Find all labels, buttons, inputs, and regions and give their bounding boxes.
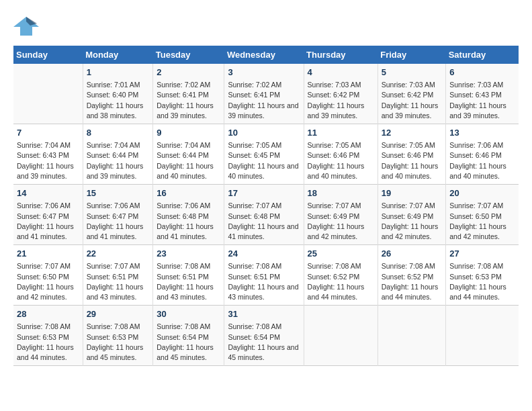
logo-bird-icon (13, 13, 39, 39)
cell-info: Sunrise: 7:08 AMSunset: 6:53 PMDaylight:… (449, 261, 515, 302)
calendar-cell: 8Sunrise: 7:04 AMSunset: 6:44 PMDaylight… (83, 124, 153, 185)
cell-info: Sunrise: 7:06 AMSunset: 6:46 PMDaylight:… (449, 140, 515, 181)
day-number: 20 (449, 187, 515, 199)
calendar-cell: 18Sunrise: 7:07 AMSunset: 6:49 PMDayligh… (304, 185, 378, 245)
cell-info: Sunrise: 7:06 AMSunset: 6:48 PMDaylight:… (157, 201, 220, 242)
week-row-4: 21Sunrise: 7:07 AMSunset: 6:50 PMDayligh… (13, 245, 519, 306)
day-number: 17 (228, 187, 300, 199)
day-number: 3 (228, 66, 300, 79)
calendar-cell: 30Sunrise: 7:08 AMSunset: 6:54 PMDayligh… (153, 306, 224, 366)
calendar-cell (304, 306, 378, 366)
cell-info: Sunrise: 7:04 AMSunset: 6:44 PMDaylight:… (157, 140, 220, 181)
cell-info: Sunrise: 7:03 AMSunset: 6:43 PMDaylight:… (449, 80, 515, 121)
header-row: SundayMondayTuesdayWednesdayThursdayFrid… (13, 46, 519, 64)
calendar-cell: 17Sunrise: 7:07 AMSunset: 6:48 PMDayligh… (224, 185, 304, 245)
cell-info: Sunrise: 7:04 AMSunset: 6:44 PMDaylight:… (87, 140, 150, 181)
cell-info: Sunrise: 7:08 AMSunset: 6:53 PMDaylight:… (87, 322, 150, 363)
day-number: 9 (157, 127, 220, 139)
calendar-cell: 6Sunrise: 7:03 AMSunset: 6:43 PMDaylight… (446, 64, 519, 124)
calendar-cell: 21Sunrise: 7:07 AMSunset: 6:50 PMDayligh… (13, 245, 83, 306)
day-number: 22 (87, 248, 150, 260)
day-number: 31 (228, 308, 300, 320)
cell-info: Sunrise: 7:05 AMSunset: 6:46 PMDaylight:… (382, 140, 443, 181)
calendar-table: SundayMondayTuesdayWednesdayThursdayFrid… (13, 46, 519, 366)
day-number: 12 (382, 127, 443, 139)
day-number: 26 (382, 248, 443, 260)
calendar-cell: 27Sunrise: 7:08 AMSunset: 6:53 PMDayligh… (446, 245, 519, 306)
day-number: 21 (17, 248, 79, 260)
day-number: 18 (308, 187, 374, 199)
calendar-cell: 14Sunrise: 7:06 AMSunset: 6:47 PMDayligh… (13, 185, 83, 245)
cell-info: Sunrise: 7:03 AMSunset: 6:42 PMDaylight:… (308, 80, 374, 121)
day-number: 13 (449, 127, 515, 139)
calendar-cell: 2Sunrise: 7:02 AMSunset: 6:41 PMDaylight… (153, 64, 224, 124)
calendar-cell: 4Sunrise: 7:03 AMSunset: 6:42 PMDaylight… (304, 64, 378, 124)
cell-info: Sunrise: 7:05 AMSunset: 6:46 PMDaylight:… (308, 140, 374, 181)
day-number: 1 (87, 66, 150, 79)
calendar-cell (378, 306, 446, 366)
calendar-cell: 9Sunrise: 7:04 AMSunset: 6:44 PMDaylight… (153, 124, 224, 185)
header-day-saturday: Saturday (446, 46, 519, 64)
day-number: 11 (308, 127, 374, 139)
day-number: 6 (449, 66, 515, 79)
calendar-cell: 1Sunrise: 7:01 AMSunset: 6:40 PMDaylight… (83, 64, 153, 124)
cell-info: Sunrise: 7:08 AMSunset: 6:51 PMDaylight:… (228, 261, 300, 302)
cell-info: Sunrise: 7:05 AMSunset: 6:45 PMDaylight:… (228, 140, 300, 181)
day-number: 4 (308, 66, 374, 79)
calendar-cell: 23Sunrise: 7:08 AMSunset: 6:51 PMDayligh… (153, 245, 224, 306)
calendar-cell: 24Sunrise: 7:08 AMSunset: 6:51 PMDayligh… (224, 245, 304, 306)
calendar-cell: 28Sunrise: 7:08 AMSunset: 6:53 PMDayligh… (13, 306, 83, 366)
calendar-cell: 10Sunrise: 7:05 AMSunset: 6:45 PMDayligh… (224, 124, 304, 185)
day-number: 30 (157, 308, 220, 320)
calendar-cell: 26Sunrise: 7:08 AMSunset: 6:52 PMDayligh… (378, 245, 446, 306)
day-number: 27 (449, 248, 515, 260)
cell-info: Sunrise: 7:08 AMSunset: 6:52 PMDaylight:… (382, 261, 443, 302)
calendar-cell: 7Sunrise: 7:04 AMSunset: 6:43 PMDaylight… (13, 124, 83, 185)
cell-info: Sunrise: 7:06 AMSunset: 6:47 PMDaylight:… (17, 201, 79, 242)
day-number: 8 (87, 127, 150, 139)
week-row-5: 28Sunrise: 7:08 AMSunset: 6:53 PMDayligh… (13, 306, 519, 366)
calendar-cell (13, 64, 83, 124)
header-day-sunday: Sunday (13, 46, 83, 64)
day-number: 7 (17, 127, 79, 139)
cell-info: Sunrise: 7:02 AMSunset: 6:41 PMDaylight:… (157, 80, 220, 121)
cell-info: Sunrise: 7:02 AMSunset: 6:41 PMDaylight:… (228, 80, 300, 121)
cell-info: Sunrise: 7:07 AMSunset: 6:49 PMDaylight:… (308, 201, 374, 242)
calendar-cell: 25Sunrise: 7:08 AMSunset: 6:52 PMDayligh… (304, 245, 378, 306)
calendar-cell: 5Sunrise: 7:03 AMSunset: 6:42 PMDaylight… (378, 64, 446, 124)
header-day-friday: Friday (378, 46, 446, 64)
day-number: 19 (382, 187, 443, 199)
header-day-tuesday: Tuesday (153, 46, 224, 64)
calendar-cell: 11Sunrise: 7:05 AMSunset: 6:46 PMDayligh… (304, 124, 378, 185)
day-number: 5 (382, 66, 443, 79)
cell-info: Sunrise: 7:03 AMSunset: 6:42 PMDaylight:… (382, 80, 443, 121)
day-number: 24 (228, 248, 300, 260)
calendar-cell: 20Sunrise: 7:07 AMSunset: 6:50 PMDayligh… (446, 185, 519, 245)
cell-info: Sunrise: 7:06 AMSunset: 6:47 PMDaylight:… (87, 201, 150, 242)
calendar-cell: 22Sunrise: 7:07 AMSunset: 6:51 PMDayligh… (83, 245, 153, 306)
day-number: 15 (87, 187, 150, 199)
cell-info: Sunrise: 7:01 AMSunset: 6:40 PMDaylight:… (87, 80, 150, 121)
cell-info: Sunrise: 7:07 AMSunset: 6:51 PMDaylight:… (87, 261, 150, 302)
header-day-monday: Monday (83, 46, 153, 64)
cell-info: Sunrise: 7:04 AMSunset: 6:43 PMDaylight:… (17, 140, 79, 181)
day-number: 28 (17, 308, 79, 320)
cell-info: Sunrise: 7:08 AMSunset: 6:51 PMDaylight:… (157, 261, 220, 302)
calendar-cell: 31Sunrise: 7:08 AMSunset: 6:54 PMDayligh… (224, 306, 304, 366)
cell-info: Sunrise: 7:08 AMSunset: 6:52 PMDaylight:… (308, 261, 374, 302)
week-row-1: 1Sunrise: 7:01 AMSunset: 6:40 PMDaylight… (13, 64, 519, 124)
cell-info: Sunrise: 7:07 AMSunset: 6:48 PMDaylight:… (228, 201, 300, 242)
cell-info: Sunrise: 7:07 AMSunset: 6:49 PMDaylight:… (382, 201, 443, 242)
calendar-cell (446, 306, 519, 366)
cell-info: Sunrise: 7:08 AMSunset: 6:53 PMDaylight:… (17, 322, 79, 363)
calendar-cell: 15Sunrise: 7:06 AMSunset: 6:47 PMDayligh… (83, 185, 153, 245)
day-number: 16 (157, 187, 220, 199)
calendar-cell: 29Sunrise: 7:08 AMSunset: 6:53 PMDayligh… (83, 306, 153, 366)
page-header (13, 13, 519, 39)
cell-info: Sunrise: 7:07 AMSunset: 6:50 PMDaylight:… (449, 201, 515, 242)
header-day-wednesday: Wednesday (224, 46, 304, 64)
cell-info: Sunrise: 7:08 AMSunset: 6:54 PMDaylight:… (157, 322, 220, 363)
calendar-cell: 16Sunrise: 7:06 AMSunset: 6:48 PMDayligh… (153, 185, 224, 245)
cell-info: Sunrise: 7:07 AMSunset: 6:50 PMDaylight:… (17, 261, 79, 302)
day-number: 14 (17, 187, 79, 199)
